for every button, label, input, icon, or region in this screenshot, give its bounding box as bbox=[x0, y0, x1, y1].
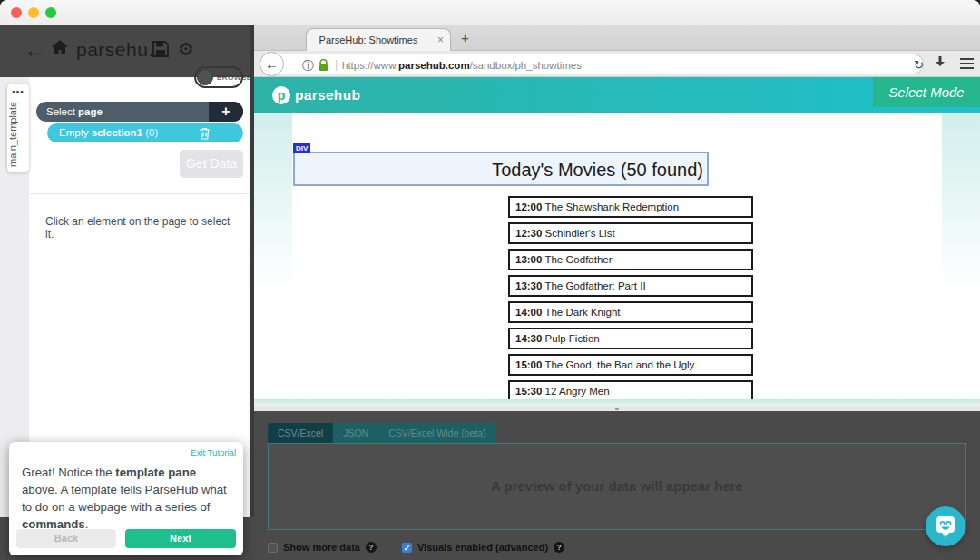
new-tab-button[interactable]: + bbox=[461, 30, 469, 45]
sidebar-edge bbox=[250, 25, 254, 517]
pane-options: Show more data?✓Visuals enabled (advance… bbox=[268, 542, 584, 553]
movie-title: The Godfather: Part II bbox=[542, 280, 645, 291]
save-icon[interactable] bbox=[152, 41, 169, 61]
home-icon[interactable] bbox=[51, 39, 69, 59]
selection-hint: Click an element on the page to select i… bbox=[45, 215, 236, 241]
movie-time: 15:00 bbox=[515, 359, 542, 370]
back-icon[interactable]: ← bbox=[24, 37, 45, 63]
parsehub-brand: parsehub bbox=[295, 87, 360, 103]
browser-tab[interactable]: ParseHub: Showtimes × bbox=[306, 28, 451, 51]
pane-option: ✓Visuals enabled (advanced)? bbox=[402, 542, 564, 553]
close-window-button[interactable] bbox=[11, 7, 22, 18]
browser-url-bar: ⓘ | https://www.parsehub.com/sandbox/ph_… bbox=[254, 51, 980, 77]
close-tab-icon[interactable]: × bbox=[437, 34, 444, 46]
movie-row[interactable]: 14:30 Pulp Fiction bbox=[508, 328, 753, 349]
movie-title: The Dark Knight bbox=[542, 307, 620, 318]
browse-toggle-label: BROWSE bbox=[217, 74, 252, 82]
movie-row[interactable]: 13:00 The Godfather bbox=[508, 249, 753, 270]
tutorial-message-part: above. A template tells ParseHub what to… bbox=[22, 483, 227, 514]
tutorial-message-part: template pane bbox=[115, 466, 196, 479]
checkbox[interactable]: ✓ bbox=[402, 543, 412, 553]
ellipsis-icon: ••• bbox=[7, 87, 29, 97]
back-button[interactable]: Back bbox=[16, 529, 116, 548]
browser-tab-bar: ParseHub: Showtimes × + bbox=[254, 25, 980, 51]
exit-tutorial-link[interactable]: Exit Tutorial bbox=[191, 447, 236, 457]
chat-widget-button[interactable] bbox=[926, 506, 965, 546]
chat-smiley-icon bbox=[926, 506, 965, 546]
command-label: Selectpage bbox=[46, 106, 103, 117]
app-toolbar: ← parsehu... ⚙ BROWSE bbox=[0, 25, 254, 77]
data-tab-json[interactable]: JSON bbox=[333, 423, 378, 443]
url-input[interactable]: ⓘ | https://www.parsehub.com/sandbox/ph_… bbox=[265, 54, 924, 74]
page-viewport: DIV Today's Movies (50 found) 12:00 The … bbox=[254, 113, 980, 399]
url-text: https://www.parsehub.com/sandbox/ph_show… bbox=[342, 60, 582, 71]
movie-row[interactable]: 14:00 The Dark Knight bbox=[508, 301, 753, 323]
browser-back-button[interactable]: ← bbox=[260, 52, 284, 76]
movie-row[interactable]: 13:30 The Godfather: Part II bbox=[508, 275, 753, 297]
left-glow bbox=[254, 113, 292, 349]
template-tab-label: main_template bbox=[7, 99, 29, 170]
select-page-command[interactable]: Selectpage + bbox=[36, 102, 243, 122]
highlighted-div[interactable]: Today's Movies (50 found) bbox=[293, 152, 709, 186]
viewport-bottom-strip bbox=[254, 399, 980, 406]
sidebar-item-main-template[interactable]: ••• main_template bbox=[7, 84, 29, 172]
movie-title: The Shawshank Redemption bbox=[542, 201, 679, 212]
selection-label: Empty selection1 (0) bbox=[59, 127, 158, 138]
help-icon[interactable]: ? bbox=[366, 542, 377, 553]
movie-time: 13:00 bbox=[515, 254, 542, 265]
add-command-button[interactable]: + bbox=[209, 102, 243, 122]
movie-time: 12:30 bbox=[515, 228, 542, 239]
next-button[interactable]: Next bbox=[125, 529, 236, 548]
browse-toggle[interactable]: BROWSE bbox=[194, 66, 243, 88]
data-tab-csv-excel-wide-beta[interactable]: CSV/Excel Wide (beta) bbox=[378, 423, 495, 443]
movie-time: 12:00 bbox=[515, 201, 542, 212]
selection-row[interactable]: Empty selection1 (0) bbox=[47, 123, 243, 142]
parsehub-logo-icon: p bbox=[272, 86, 290, 104]
app-window: ParseHub: Showtimes × + ⓘ | https://www.… bbox=[0, 0, 980, 560]
pane-option: Show more data? bbox=[268, 542, 377, 553]
movie-title: The Godfather bbox=[542, 254, 612, 265]
gear-icon[interactable]: ⚙ bbox=[178, 38, 194, 60]
page-title: Today's Movies (50 found) bbox=[492, 160, 703, 181]
data-preview-box: A preview of your data will appear here bbox=[268, 443, 966, 530]
resize-grip-icon bbox=[615, 408, 619, 410]
tutorial-message: Great! Notice the template pane above. A… bbox=[22, 464, 232, 534]
tab-title: ParseHub: Showtimes bbox=[307, 34, 430, 45]
movie-title: Schindler's List bbox=[542, 228, 614, 239]
select-mode-badge: Select Mode bbox=[873, 77, 980, 107]
tutorial-popup: Exit Tutorial Great! Notice the template… bbox=[9, 442, 243, 555]
option-label: Visuals enabled (advanced) bbox=[417, 542, 548, 553]
div-tag-badge: DIV bbox=[293, 143, 310, 153]
movie-row[interactable]: 12:00 The Shawshank Redemption bbox=[508, 196, 753, 218]
movie-row[interactable]: 12:30 Schindler's List bbox=[508, 222, 753, 244]
help-icon[interactable]: ? bbox=[554, 542, 564, 553]
movie-title: The Good, the Bad and the Ugly bbox=[542, 359, 694, 370]
movie-title: Pulp Fiction bbox=[542, 333, 599, 344]
movie-time: 13:30 bbox=[515, 280, 542, 291]
toggle-knob bbox=[197, 69, 213, 85]
preview-placeholder: A preview of your data will appear here bbox=[269, 478, 965, 494]
movie-title: 12 Angry Men bbox=[542, 386, 609, 397]
get-data-button[interactable]: Get Data bbox=[180, 150, 243, 178]
panel-divider bbox=[29, 193, 250, 194]
right-glow bbox=[942, 113, 980, 349]
url-separator: | bbox=[335, 57, 338, 71]
movie-time: 14:30 bbox=[515, 333, 542, 344]
site-info-icon[interactable]: ⓘ bbox=[302, 58, 314, 74]
site-header: p parsehub Select Mode bbox=[254, 77, 980, 113]
movie-row[interactable]: 15:00 The Good, the Bad and the Ugly bbox=[508, 354, 753, 376]
menu-icon[interactable] bbox=[960, 58, 974, 72]
data-format-tabs: CSV/ExcelJSONCSV/Excel Wide (beta) bbox=[268, 423, 496, 443]
download-icon[interactable] bbox=[933, 54, 947, 73]
zoom-window-button[interactable] bbox=[45, 7, 56, 18]
movie-list: 12:00 The Shawshank Redemption12:30 Schi… bbox=[508, 196, 753, 399]
trash-icon[interactable] bbox=[199, 127, 211, 140]
checkbox[interactable] bbox=[268, 543, 278, 553]
data-tab-csv-excel[interactable]: CSV/Excel bbox=[268, 423, 333, 443]
minimize-window-button[interactable] bbox=[28, 7, 39, 18]
tutorial-message-part: Great! Notice the bbox=[22, 466, 115, 479]
movie-row[interactable]: 15:30 12 Angry Men bbox=[508, 380, 753, 399]
option-label: Show more data bbox=[283, 542, 360, 553]
reload-icon[interactable]: ↻ bbox=[914, 58, 924, 72]
movie-time: 15:30 bbox=[515, 386, 542, 397]
